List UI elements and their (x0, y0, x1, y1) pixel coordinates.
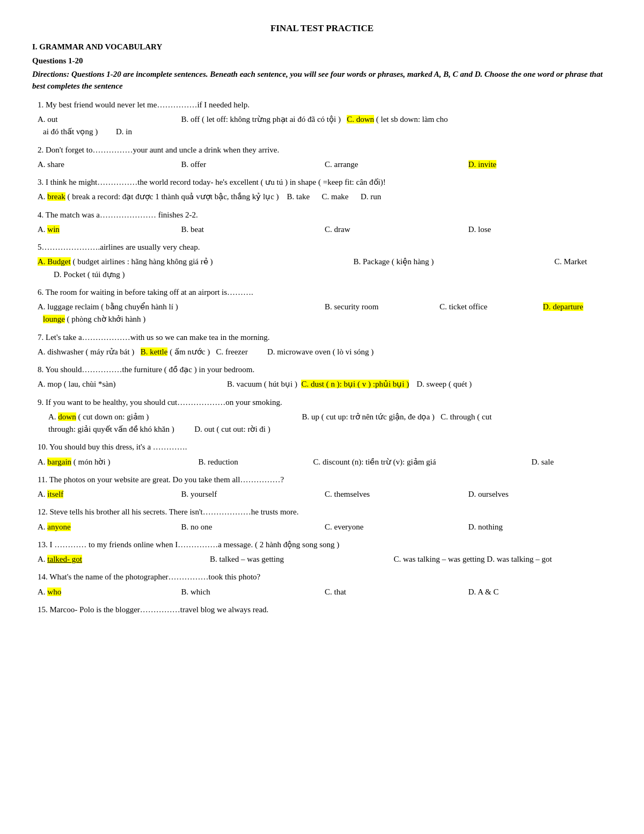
question-13-text: 13. I ………… to my friends online when I……… (32, 539, 612, 551)
q9-option-a: A. down ( cut down on: giảm ) (48, 411, 302, 423)
question-10-text: 10. You should buy this dress, it's a ……… (32, 441, 612, 453)
question-3: 3. I think he might……………the world record… (32, 176, 612, 204)
q11-option-c: C. themselves (325, 488, 469, 501)
q6-option-d-cont: lounge ( phòng chờ khởi hành ) (38, 313, 612, 325)
question-11-options: A. itself B. yourself C. themselves D. o… (32, 488, 612, 501)
q6-option-d: D. departure (543, 301, 612, 313)
q6-option-a: A. luggage reclaim ( bằng chuyển hành lí… (38, 301, 325, 313)
q9-option-b: B. up ( cut up: trở nên tức giận, đe dọa… (302, 411, 612, 423)
q4-option-a: A. win (38, 223, 181, 236)
q12-option-d: D. nothing (469, 521, 612, 533)
q14-option-d: D. A & C (469, 586, 612, 598)
q5-option-c: C. Market (554, 256, 612, 268)
question-14-text: 14. What's the name of the photographer…… (32, 571, 612, 583)
question-1: 1. My best friend would never let me…………… (32, 99, 612, 139)
q4-option-b: B. beat (181, 223, 325, 236)
q11-option-d: D. ourselves (469, 488, 612, 501)
section-title: I. GRAMMAR AND VOCABULARY (32, 41, 612, 53)
q8-option-d: D. sweep ( quét ) (416, 378, 606, 390)
q10-option-d: D. sale (531, 456, 612, 468)
question-11-text: 11. The photos on your website are great… (32, 474, 612, 486)
question-12-text: 12. Steve tells his brother all his secr… (32, 506, 612, 518)
question-14-options: A. who B. which C. that D. A & C (32, 586, 612, 598)
question-9-text: 9. If you want to be healthy, you should… (32, 396, 612, 409)
question-8: 8. You should……………the furniture ( đồ đạc… (32, 364, 612, 391)
question-4-text: 4. The match was a………………… finishes 2-2. (32, 209, 612, 221)
q13-option-b: B. talked – was getting (210, 553, 393, 565)
question-9-options: A. down ( cut down on: giảm ) B. up ( cu… (32, 411, 612, 436)
question-12-options: A. anyone B. no one C. everyone D. nothi… (32, 521, 612, 533)
q10-option-b: B. reduction (199, 456, 313, 468)
question-2-text: 2. Don't forget to……………your aunt and unc… (32, 144, 612, 156)
question-14: 14. What's the name of the photographer…… (32, 571, 612, 598)
question-6-text: 6. The room for waiting in before taking… (32, 286, 612, 299)
question-4: 4. The match was a………………… finishes 2-2. … (32, 209, 612, 236)
question-10: 10. You should buy this dress, it's a ……… (32, 441, 612, 468)
question-15: 15. Marcoo- Polo is the blogger……………trav… (32, 604, 612, 616)
q7-option-a: A. dishwasher ( máy rửa bát ) B. kettle … (38, 346, 267, 358)
q5-option-b: B. Package ( kiện hàng ) (354, 256, 555, 268)
question-2: 2. Don't forget to……………your aunt and unc… (32, 144, 612, 171)
q2-option-a: A. share (38, 158, 181, 171)
question-9: 9. If you want to be healthy, you should… (32, 396, 612, 436)
q13-option-cd: C. was talking – was getting D. was talk… (393, 553, 612, 565)
q7-option-d: D. microwave oven ( lò vi sóng ) (267, 346, 612, 358)
question-8-options: A. mop ( lau, chùi *sàn) B. vacuum ( hút… (32, 378, 612, 390)
q12-option-b: B. no one (181, 521, 325, 533)
q1-option-a: A. out (38, 113, 181, 126)
question-3-text: 3. I think he might……………the world record… (32, 176, 612, 188)
q14-option-a: A. who (38, 586, 181, 598)
question-4-options: A. win B. beat C. draw D. lose (32, 223, 612, 236)
page-title: FINAL TEST PRACTICE (32, 21, 612, 35)
question-13: 13. I ………… to my friends online when I……… (32, 539, 612, 566)
q1-option-cd: ai đó thất vọng ) D. in (38, 126, 612, 138)
question-8-text: 8. You should……………the furniture ( đồ đạc… (32, 364, 612, 376)
question-11: 11. The photos on your website are great… (32, 474, 612, 501)
question-7-text: 7. Let's take a………………with us so we can m… (32, 331, 612, 344)
q10-option-c: C. discount (n): tiền trừ (v): giảm giá (313, 456, 532, 468)
question-5-text: 5………………….airlines are usually very cheap… (32, 241, 612, 253)
question-15-text: 15. Marcoo- Polo is the blogger……………trav… (32, 604, 612, 616)
q12-option-c: C. everyone (325, 521, 469, 533)
question-7: 7. Let's take a………………with us so we can m… (32, 331, 612, 359)
q2-option-b: B. offer (181, 158, 325, 171)
question-12: 12. Steve tells his brother all his secr… (32, 506, 612, 533)
q8-option-a: A. mop ( lau, chùi *sàn) (38, 378, 227, 390)
question-1-text: 1. My best friend would never let me…………… (32, 99, 612, 111)
question-5-options: A. Budget ( budget airlines : hãng hàng … (32, 256, 612, 281)
directions: Directions: Questions 1-20 are incomplet… (32, 68, 612, 92)
question-6: 6. The room for waiting in before taking… (32, 286, 612, 326)
q8-option-b: B. vacuum ( hút bụi ) C. dust ( n ): bụi… (227, 378, 416, 390)
question-13-options: A. talked- got B. talked – was getting C… (32, 553, 612, 565)
question-1-options: A. out B. off ( let off: không trừng phạ… (32, 113, 612, 139)
question-10-options: A. bargain ( món hời ) B. reduction C. d… (32, 456, 612, 468)
question-7-options: A. dishwasher ( máy rửa bát ) B. kettle … (32, 346, 612, 358)
q3-option-ab: A. break ( break a record: đạt được 1 th… (38, 191, 612, 203)
q5-option-d: D. Pocket ( túi đựng ) (38, 269, 354, 281)
q13-option-a: A. talked- got (38, 553, 210, 565)
question-2-options: A. share B. offer C. arrange D. invite (32, 158, 612, 171)
q11-option-a: A. itself (38, 488, 181, 501)
q14-option-b: B. which (181, 586, 325, 598)
q6-option-c: C. ticket office (440, 301, 543, 313)
question-6-options: A. luggage reclaim ( bằng chuyển hành lí… (32, 301, 612, 326)
q14-option-c: C. that (325, 586, 469, 598)
question-3-options: A. break ( break a record: đạt được 1 th… (32, 191, 612, 203)
q12-option-a: A. anyone (38, 521, 181, 533)
q1-option-b: B. off ( let off: không trừng phạt ai đó… (181, 113, 497, 126)
q11-option-b: B. yourself (181, 488, 325, 501)
q10-option-a: A. bargain ( món hời ) (38, 456, 199, 468)
q2-option-d: D. invite (469, 158, 612, 171)
questions-label: Questions 1-20 (32, 55, 612, 67)
q2-option-c: C. arrange (325, 158, 469, 171)
q9-option-bc-cont: through: giải quyết vấn đề khó khăn ) D.… (48, 423, 612, 436)
q5-option-a: A. Budget ( budget airlines : hãng hàng … (38, 256, 354, 268)
q6-option-b: B. security room (325, 301, 440, 313)
q4-option-c: C. draw (325, 223, 469, 236)
question-5: 5………………….airlines are usually very cheap… (32, 241, 612, 281)
q4-option-d: D. lose (469, 223, 612, 236)
